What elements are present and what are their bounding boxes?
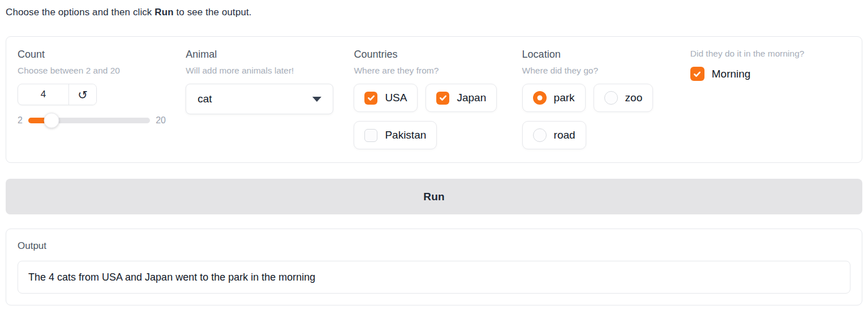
morning-checkbox[interactable]: Morning bbox=[690, 67, 850, 81]
count-number-input[interactable]: 4 bbox=[18, 84, 68, 105]
animal-label: Animal bbox=[186, 48, 346, 61]
animal-field: Animal Will add more animals later! cat bbox=[186, 48, 346, 151]
countries-label: Countries bbox=[354, 48, 514, 61]
checkbox-option-label: Japan bbox=[457, 92, 486, 104]
count-slider-track[interactable] bbox=[28, 118, 150, 123]
instruction-prefix: Choose the options and then click bbox=[6, 7, 154, 18]
radio-option-zoo[interactable]: zoo bbox=[594, 84, 654, 112]
output-panel: Output The 4 cats from USA and Japan wen… bbox=[6, 229, 862, 305]
countries-checkbox-group: USA Japan Pakistan bbox=[354, 84, 514, 149]
output-label: Output bbox=[18, 240, 850, 252]
location-field: Location Where did they go? park zoo roa… bbox=[522, 48, 682, 151]
radio-option-road[interactable]: road bbox=[522, 121, 586, 149]
radio-selected-icon bbox=[533, 91, 547, 105]
chevron-down-icon bbox=[312, 97, 321, 102]
count-field: Count Choose between 2 and 20 4 ↺ 2 20 bbox=[18, 48, 178, 151]
slider-min-label: 2 bbox=[18, 115, 23, 126]
animal-dropdown[interactable]: cat bbox=[186, 84, 333, 114]
radio-option-label: zoo bbox=[625, 92, 643, 104]
radio-unselected-icon bbox=[604, 91, 618, 105]
checkbox-option-japan[interactable]: Japan bbox=[426, 84, 497, 112]
run-button[interactable]: Run bbox=[6, 179, 862, 214]
checkbox-checked-icon bbox=[436, 92, 449, 105]
count-number-input-group: 4 ↺ bbox=[18, 84, 97, 105]
checkbox-checked-icon bbox=[690, 67, 704, 81]
morning-field: Did they do it in the morning? Morning bbox=[690, 48, 850, 151]
instruction-suffix: to see the output. bbox=[174, 7, 252, 18]
checkbox-option-label: Pakistan bbox=[385, 129, 426, 141]
count-reset-button[interactable]: ↺ bbox=[69, 84, 96, 105]
location-info: Where did they go? bbox=[522, 65, 682, 76]
radio-option-park[interactable]: park bbox=[522, 84, 586, 112]
count-info: Choose between 2 and 20 bbox=[18, 65, 178, 76]
animal-dropdown-value: cat bbox=[197, 93, 212, 105]
radio-option-label: park bbox=[554, 92, 575, 104]
options-panel: Count Choose between 2 and 20 4 ↺ 2 20 A… bbox=[6, 36, 862, 163]
checkbox-option-pakistan[interactable]: Pakistan bbox=[354, 121, 437, 149]
checkbox-checked-icon bbox=[364, 92, 377, 105]
checkbox-option-usa[interactable]: USA bbox=[354, 84, 418, 112]
count-label: Count bbox=[18, 48, 178, 61]
instruction-text: Choose the options and then click Run to… bbox=[6, 7, 862, 18]
checkbox-option-label: USA bbox=[385, 92, 407, 104]
radio-unselected-icon bbox=[533, 128, 547, 142]
output-textbox[interactable]: The 4 cats from USA and Japan went to th… bbox=[18, 261, 850, 294]
count-slider-row: 2 20 bbox=[18, 115, 166, 126]
checkbox-unchecked-icon bbox=[364, 129, 377, 142]
count-slider-thumb[interactable] bbox=[44, 113, 59, 128]
slider-max-label: 20 bbox=[156, 115, 166, 126]
countries-field: Countries Where are they from? USA Japan… bbox=[354, 48, 514, 151]
morning-info: Did they do it in the morning? bbox=[690, 48, 850, 59]
reset-icon: ↺ bbox=[78, 89, 88, 101]
animal-info: Will add more animals later! bbox=[186, 65, 346, 76]
countries-info: Where are they from? bbox=[354, 65, 514, 76]
morning-checkbox-label: Morning bbox=[712, 68, 751, 80]
radio-option-label: road bbox=[554, 129, 575, 141]
location-label: Location bbox=[522, 48, 682, 61]
location-radio-group: park zoo road bbox=[522, 84, 682, 149]
instruction-run-word: Run bbox=[154, 7, 173, 18]
